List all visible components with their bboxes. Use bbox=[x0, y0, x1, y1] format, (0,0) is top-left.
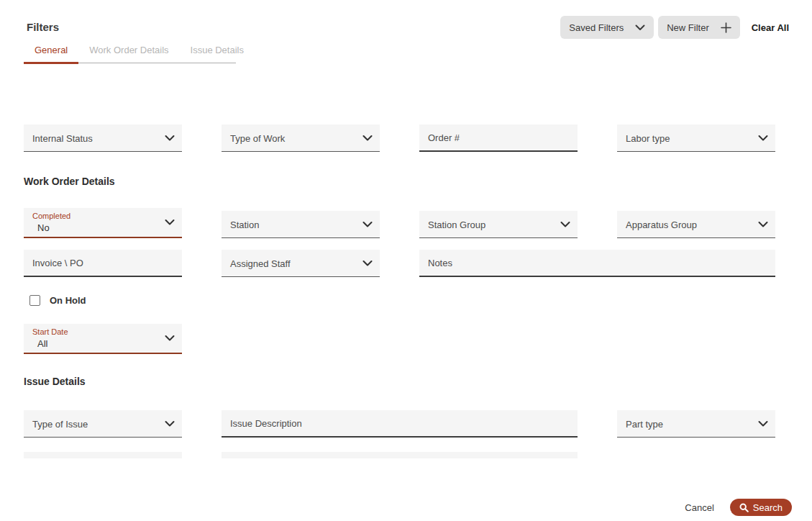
order-number-input[interactable] bbox=[419, 124, 578, 152]
new-filter-label: New Filter bbox=[667, 22, 709, 33]
start-date-select[interactable]: Start Date All bbox=[24, 324, 182, 354]
chevron-down-icon bbox=[165, 219, 175, 226]
labor-type-select[interactable]: Labor type bbox=[617, 124, 775, 152]
work-order-details-heading: Work Order Details bbox=[24, 176, 115, 187]
search-label: Search bbox=[753, 502, 783, 513]
tab-general[interactable]: General bbox=[24, 45, 78, 64]
assigned-staff-select[interactable]: Assigned Staff bbox=[222, 250, 380, 277]
order-number-field bbox=[419, 124, 578, 152]
chevron-down-icon bbox=[758, 135, 768, 141]
internal-status-select[interactable]: Internal Status bbox=[24, 124, 182, 152]
saved-filters-button[interactable]: Saved Filters bbox=[560, 16, 654, 39]
chevron-down-icon bbox=[165, 135, 175, 141]
station-label: Station bbox=[230, 219, 259, 230]
on-hold-label: On Hold bbox=[50, 295, 86, 306]
chevron-down-icon bbox=[165, 420, 175, 427]
internal-status-label: Internal Status bbox=[32, 132, 93, 143]
plus-icon bbox=[721, 22, 731, 33]
station-select[interactable]: Station bbox=[222, 211, 380, 238]
page-title: Filters bbox=[27, 21, 59, 33]
apparatus-group-label: Apparatus Group bbox=[626, 219, 697, 230]
start-date-label: Start Date bbox=[32, 327, 68, 336]
tab-bar: General Work Order Details Issue Details bbox=[24, 45, 236, 63]
filters-panel: Filters General Work Order Details Issue… bbox=[0, 0, 812, 521]
issue-description-field bbox=[222, 410, 578, 438]
search-button[interactable]: Search bbox=[730, 499, 792, 516]
on-hold-checkbox[interactable] bbox=[29, 295, 40, 306]
cancel-button[interactable]: Cancel bbox=[685, 502, 713, 513]
completed-value: No bbox=[37, 222, 50, 233]
assigned-staff-label: Assigned Staff bbox=[230, 258, 291, 268]
tab-work-order-details[interactable]: Work Order Details bbox=[78, 45, 179, 63]
chevron-down-icon bbox=[362, 221, 373, 227]
invoice-po-field bbox=[24, 250, 182, 277]
footer-actions: Cancel Search bbox=[685, 499, 792, 516]
general-fields-row: Internal Status Type of Work Labor type bbox=[24, 124, 775, 152]
type-of-work-select[interactable]: Type of Work bbox=[222, 124, 380, 152]
chevron-down-icon bbox=[165, 335, 175, 342]
station-group-select[interactable]: Station Group bbox=[419, 211, 578, 238]
apparatus-group-select[interactable]: Apparatus Group bbox=[617, 211, 775, 238]
part-type-label: Part type bbox=[626, 418, 663, 429]
filters-scroll-area[interactable]: Filters General Work Order Details Issue… bbox=[0, 0, 812, 458]
start-date-value: All bbox=[37, 338, 47, 349]
issue-details-heading: Issue Details bbox=[24, 376, 86, 387]
clipped-field[interactable] bbox=[222, 452, 578, 458]
tab-issue-details[interactable]: Issue Details bbox=[180, 45, 255, 63]
type-of-issue-label: Type of Issue bbox=[32, 418, 88, 429]
on-hold-option[interactable]: On Hold bbox=[29, 295, 86, 306]
labor-type-label: Labor type bbox=[626, 132, 670, 143]
start-date-wrapper: Start Date All bbox=[24, 324, 182, 354]
work-order-row-2: Assigned Staff bbox=[24, 250, 775, 277]
clear-all-button[interactable]: Clear All bbox=[752, 22, 789, 33]
new-filter-button[interactable]: New Filter bbox=[658, 16, 740, 39]
type-of-work-label: Type of Work bbox=[230, 132, 285, 143]
chevron-down-icon bbox=[758, 221, 768, 227]
work-order-row-1: Completed No Station Station Group Appa bbox=[24, 208, 775, 238]
completed-label: Completed bbox=[32, 212, 70, 220]
clipped-fields-row bbox=[24, 452, 775, 458]
header-actions: Saved Filters New Filter Clear All bbox=[560, 16, 789, 39]
clipped-field[interactable] bbox=[24, 452, 182, 458]
station-group-label: Station Group bbox=[428, 219, 485, 230]
chevron-down-icon bbox=[362, 135, 373, 141]
chevron-down-icon bbox=[560, 221, 570, 227]
issue-details-row: Type of Issue Part type bbox=[24, 410, 775, 438]
saved-filters-label: Saved Filters bbox=[569, 22, 624, 33]
issue-description-input[interactable] bbox=[222, 410, 578, 438]
notes-field bbox=[419, 250, 775, 277]
chevron-down-icon bbox=[362, 260, 373, 266]
part-type-select[interactable]: Part type bbox=[617, 410, 775, 438]
search-icon bbox=[739, 503, 749, 512]
chevron-down-icon bbox=[758, 420, 768, 427]
chevron-down-icon bbox=[635, 24, 645, 31]
notes-input[interactable] bbox=[419, 250, 775, 277]
invoice-po-input[interactable] bbox=[24, 250, 182, 277]
type-of-issue-select[interactable]: Type of Issue bbox=[24, 410, 182, 438]
completed-select[interactable]: Completed No bbox=[24, 208, 182, 238]
